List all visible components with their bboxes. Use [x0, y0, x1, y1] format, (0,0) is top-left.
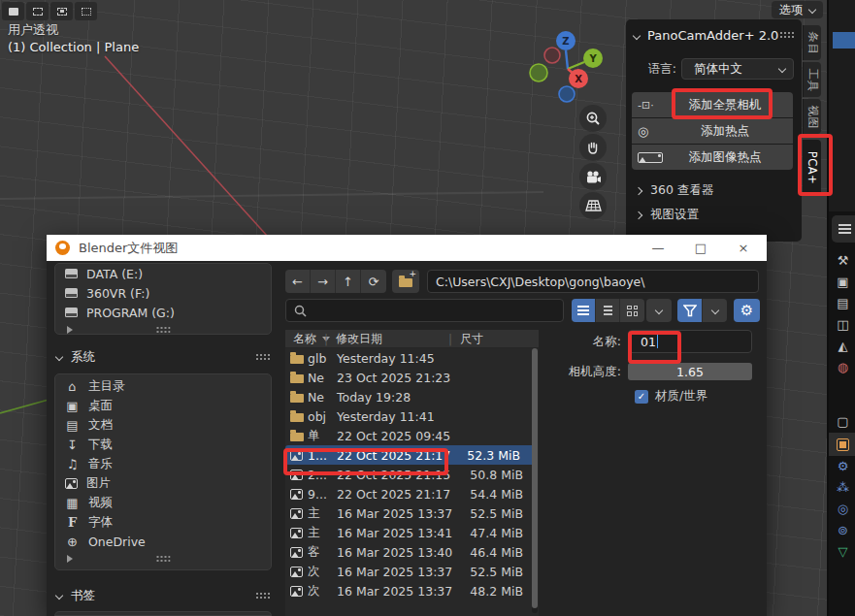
file-list-scrollbar[interactable]: [532, 348, 538, 613]
volume-item[interactable]: PROGRAM (G:): [55, 303, 271, 322]
sidebar-tab-条目[interactable]: 条目: [803, 25, 821, 60]
column-date[interactable]: 修改日期: [336, 331, 382, 347]
bookmarks-section-header[interactable]: 书签: [56, 587, 272, 604]
new-folder-icon[interactable]: +: [392, 270, 419, 293]
file-row[interactable]: 次16 Mar 2025 13:3748.2 MiB: [285, 581, 539, 600]
panel-drag-grip[interactable]: [779, 31, 794, 39]
filename-input[interactable]: 01: [628, 330, 752, 353]
minimize-button[interactable]: —: [639, 235, 677, 261]
tweak-select-icon[interactable]: [2, 2, 24, 20]
system-section-header[interactable]: 系统: [56, 348, 272, 366]
file-row[interactable]: 主16 Mar 2025 13:3752.5 MiB: [285, 503, 539, 523]
file-row[interactable]: Ne23 Oct 2025 21:23: [285, 368, 539, 387]
sidebar-tab-视图[interactable]: 视图: [803, 99, 821, 134]
file-row[interactable]: 客16 Mar 2025 13:4046.4 MiB: [285, 542, 539, 562]
panel-button-hotspot[interactable]: ◎添加热点: [632, 118, 793, 144]
system-item-pictures[interactable]: 图片: [55, 473, 271, 493]
panel-section-1[interactable]: 视图设置: [636, 203, 791, 227]
camera-view-icon[interactable]: [579, 163, 607, 190]
object-icon-shape: [837, 438, 849, 451]
column-size[interactable]: 尺寸: [460, 331, 483, 347]
zoom-icon[interactable]: [579, 105, 607, 132]
pan-hand-icon[interactable]: [579, 134, 607, 161]
forward-icon[interactable]: →: [311, 270, 336, 293]
particles-icon[interactable]: ⁂: [829, 477, 855, 497]
material-world-checkbox[interactable]: ✓: [635, 390, 648, 404]
box-select-add-icon[interactable]: [50, 2, 73, 20]
system-item-onedrive[interactable]: ⊕OneDrive: [55, 532, 271, 551]
refresh-icon[interactable]: ⟳: [361, 270, 386, 293]
outliner-selected-item[interactable]: [833, 32, 855, 49]
object-data-icon[interactable]: ▽: [829, 541, 855, 561]
expand-arrow-icon[interactable]: [67, 326, 73, 334]
view-layer-icon[interactable]: ◫: [829, 314, 855, 334]
music-icon: ♫: [65, 457, 80, 471]
sidebar-tab-工具[interactable]: 工具: [803, 62, 821, 97]
options-button[interactable]: 选项: [772, 1, 823, 18]
file-row[interactable]: 主16 Mar 2025 13:4147.4 MiB: [285, 523, 539, 542]
system-item-desktop[interactable]: ▣桌面: [55, 396, 271, 415]
system-item-documents[interactable]: ▤文档: [55, 415, 271, 435]
desktop-icon: ▣: [65, 399, 80, 413]
file-date: 22 Oct 2025 21:17: [337, 448, 467, 463]
camera-height-slider[interactable]: 1.65: [628, 363, 752, 380]
box-select-icon[interactable]: [26, 2, 49, 20]
up-icon[interactable]: ↑: [336, 270, 361, 293]
close-button[interactable]: ×: [724, 235, 763, 261]
sidebar-tab-pca+[interactable]: PCA+: [803, 140, 821, 196]
panel-button-pano-camera[interactable]: -⊡·添加全景相机: [632, 92, 793, 117]
file-row[interactable]: 2...22 Oct 2025 21:1550.8 MiB: [285, 465, 539, 484]
language-select[interactable]: 简体中文: [681, 58, 794, 80]
maximize-button[interactable]: □: [681, 235, 720, 261]
search-input[interactable]: [285, 299, 564, 322]
path-field[interactable]: C:\Users\CXJ\Desktop\gong\baoye\: [427, 270, 759, 293]
file-row[interactable]: 1...22 Oct 2025 21:1752.3 MiB: [285, 445, 536, 465]
tool-icon[interactable]: ⚒: [829, 250, 855, 270]
system-item-video[interactable]: ▦视频: [55, 493, 271, 512]
panel-section-0[interactable]: 360 查看器: [636, 178, 791, 203]
file-row[interactable]: glbYesterday 11:45: [285, 348, 539, 368]
file-row[interactable]: 次16 Mar 2025 13:3752.5 MiB: [285, 562, 539, 581]
filter-dropdown[interactable]: [703, 299, 727, 322]
file-size: 52.5 MiB: [467, 565, 539, 579]
volume-item[interactable]: DATA (E:): [55, 264, 271, 283]
render-icon[interactable]: ▣: [829, 272, 855, 291]
vertical-list-icon[interactable]: [572, 299, 596, 322]
file-row[interactable]: 9...22 Oct 2025 21:1754.4 MiB: [285, 484, 539, 503]
display-settings-dropdown[interactable]: [646, 299, 672, 322]
resize-grip[interactable]: [156, 326, 171, 334]
object-icon[interactable]: [829, 433, 855, 456]
thumbnail-grid-icon[interactable]: [620, 299, 644, 322]
panel-collapse-icon[interactable]: [633, 31, 641, 39]
volume-item[interactable]: 360VR (F:): [55, 283, 271, 303]
system-item-home[interactable]: ⌂主目录: [55, 376, 271, 396]
navigation-gizmo[interactable]: Z Y X: [523, 25, 612, 107]
back-icon[interactable]: ←: [285, 270, 311, 293]
modifier-icon[interactable]: ⚙: [829, 456, 855, 475]
expand-arrow-icon[interactable]: [67, 555, 73, 563]
panel-section-label: 360 查看器: [650, 182, 713, 199]
system-item-music[interactable]: ♫音乐: [55, 454, 271, 473]
material-world-label: 材质/世界: [655, 388, 707, 405]
system-item-download[interactable]: ↧下载: [55, 435, 271, 454]
settings-gear-icon[interactable]: ⚙: [734, 299, 760, 322]
lasso-select-icon[interactable]: [75, 2, 97, 20]
filter-funnel-icon[interactable]: [677, 299, 703, 322]
file-row[interactable]: objYesterday 11:41: [285, 406, 539, 426]
system-item-fonts[interactable]: F字体: [55, 512, 271, 532]
grid-ortho-icon[interactable]: [579, 192, 607, 219]
file-row[interactable]: NeToday 19:28: [285, 387, 539, 406]
properties-editor-icon[interactable]: [832, 215, 855, 243]
file-row[interactable]: 单22 Oct 2025 09:45: [285, 426, 539, 445]
constraints-icon[interactable]: ⊚: [829, 520, 855, 539]
collection-icon[interactable]: ▢: [829, 411, 855, 431]
panel-button-image-hotspot[interactable]: 添加图像热点: [632, 145, 793, 170]
physics-icon[interactable]: ◎: [829, 499, 855, 518]
scene-icon[interactable]: ◭: [829, 336, 855, 355]
resize-grip[interactable]: [156, 555, 171, 563]
dialog-titlebar[interactable]: Blender文件视图 — □ ×: [47, 235, 767, 261]
detail-list-icon[interactable]: [596, 299, 620, 322]
output-icon[interactable]: ▤: [829, 293, 855, 312]
world-icon[interactable]: ◍: [829, 357, 855, 376]
column-name[interactable]: 名称: [293, 331, 316, 347]
